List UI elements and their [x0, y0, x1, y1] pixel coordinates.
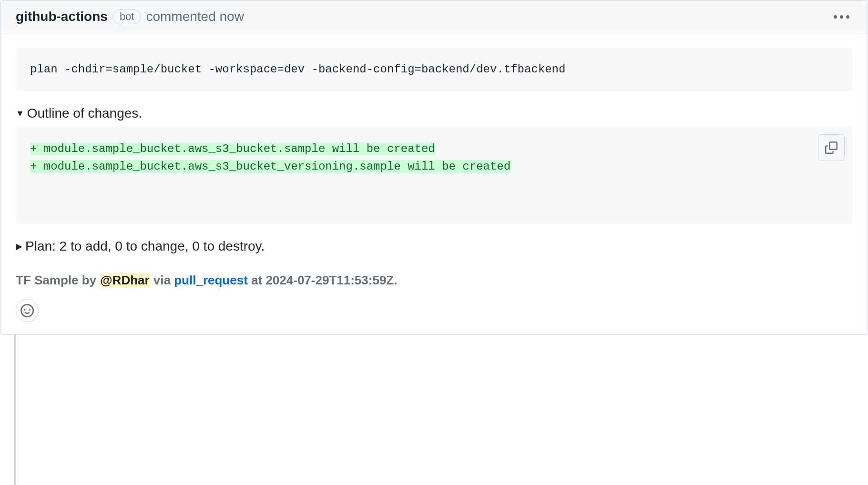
disclosure-triangle-down-icon: ▼: [16, 109, 24, 118]
bot-badge: bot: [112, 9, 142, 24]
command-code-block: plan -chdir=sample/bucket -workspace=dev…: [16, 48, 852, 91]
comment-box: github-actions bot commented now plan -c…: [0, 0, 868, 335]
disclosure-triangle-right-icon: ▶: [16, 242, 22, 251]
header-left: github-actions bot commented now: [16, 9, 244, 24]
smiley-icon: [20, 304, 34, 317]
kebab-dot-icon: [840, 15, 843, 19]
outline-title: Outline of changes.: [27, 106, 142, 121]
commented-timestamp[interactable]: commented now: [146, 9, 244, 24]
plan-summary[interactable]: ▶ Plan: 2 to add, 0 to change, 0 to dest…: [16, 239, 852, 254]
footer-attribution: TF Sample by @RDhar via pull_request at …: [16, 273, 852, 288]
kebab-dot-icon: [834, 15, 837, 19]
user-mention[interactable]: @RDhar: [100, 273, 150, 287]
diff-add-line: + module.sample_bucket.aws_s3_bucket.sam…: [30, 142, 435, 155]
footer-via: via: [150, 273, 174, 287]
comment-author[interactable]: github-actions: [16, 9, 108, 24]
footer-at-text: at 2024-07-29T11:53:59Z.: [248, 273, 398, 287]
comment-header: github-actions bot commented now: [0, 0, 868, 33]
pull-request-link[interactable]: pull_request: [174, 273, 248, 287]
kebab-dot-icon: [846, 15, 849, 19]
copy-button[interactable]: [818, 134, 845, 161]
comment-wrapper: github-actions bot commented now plan -c…: [0, 0, 868, 335]
comment-actions-menu[interactable]: [831, 12, 852, 21]
add-reaction-button[interactable]: [16, 299, 39, 322]
footer-prefix: TF Sample by: [16, 273, 100, 287]
comment-footer: [0, 299, 868, 334]
diff-add-line: + module.sample_bucket.aws_s3_bucket_ver…: [30, 160, 511, 173]
outline-summary[interactable]: ▼ Outline of changes.: [16, 106, 852, 121]
comment-body: plan -chdir=sample/bucket -workspace=dev…: [0, 33, 868, 299]
copy-icon: [825, 141, 837, 154]
diff-code-block: + module.sample_bucket.aws_s3_bucket.sam…: [16, 127, 852, 224]
plan-summary-text: Plan: 2 to add, 0 to change, 0 to destro…: [25, 239, 265, 254]
